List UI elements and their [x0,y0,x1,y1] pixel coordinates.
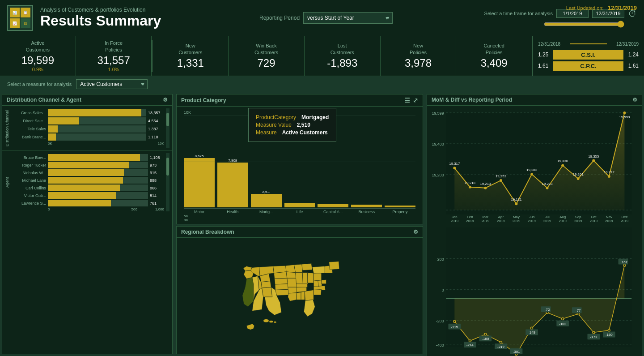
kpi-value: 729 [234,57,299,69]
time-slider[interactable] [544,21,624,28]
svg-text:-180: -180 [482,337,489,341]
table-icon[interactable]: ☰ [404,97,410,104]
dist-panel: Distribution Channel & Agent ⚙ Distribut… [2,94,173,354]
agent-row-3: Nicholas W... 915 [11,169,164,176]
dist-icon[interactable]: ⚙ [163,97,168,103]
kpi-sub: 1.0% [81,67,146,72]
main-content: Distribution Channel & Agent ⚙ Distribut… [0,92,644,356]
kpi-value: 1,331 [158,57,223,69]
svg-text:Jun: Jun [529,215,535,219]
kpi-label: NewPolicies [386,43,451,56]
left-col: Distribution Channel & Agent ⚙ Distribut… [0,92,174,356]
svg-text:2019: 2019 [497,219,505,223]
svg-text:2019: 2019 [451,219,459,223]
svg-point-16 [515,202,518,205]
csi-val-end-1: 1.24 [626,51,639,58]
svg-text:2019: 2019 [590,219,598,223]
agent-label: Agent [5,153,9,211]
csi-date-end: 12/31/2019 [610,42,639,47]
agent-row-4: Michael Lane 898 [11,177,164,184]
svg-text:19,200: 19,200 [432,173,444,177]
kpi-label: LostCustomers [310,43,375,56]
svg-point-2 [274,322,276,323]
svg-text:Apr: Apr [498,215,504,219]
svg-text:19,599: 19,599 [432,111,444,116]
kpi-label: CanceledPolicies [462,43,526,56]
svg-text:-400: -400 [436,343,444,347]
product-panel-header: Product Category ☰ ⤢ [177,94,423,107]
mom-panel: MoM & Diff vs Reporting Period ⚙ 19,599 … [427,94,642,356]
tooltip: ProductCategory Mortgaged Measure Value … [248,108,336,142]
svg-text:2019: 2019 [466,219,474,223]
reporting-select[interactable]: versus Start of Year Month over Month Ye… [303,12,393,24]
svg-text:Jul: Jul [545,215,550,219]
last-updated-date: 12/31/2019 [608,4,637,11]
svg-text:19,272: 19,272 [604,170,614,174]
svg-point-0 [263,319,269,323]
time-frame-label: Select a time frame for analysis [484,11,553,16]
agent-scrollbar[interactable] [166,153,169,211]
svg-text:2019: 2019 [528,219,536,223]
reporting-period-area: Reporting Period versus Start of Year Mo… [259,12,393,24]
svg-point-18 [546,187,549,189]
svg-point-14 [484,187,487,189]
svg-text:-72: -72 [545,308,550,312]
kpi-value: 3,978 [386,57,451,69]
mom-icon[interactable]: ⚙ [632,97,637,103]
svg-point-79 [577,313,579,315]
header-title: Results Summary [40,13,477,29]
csi-val-end-2: 1.61 [626,63,639,69]
last-updated: Last Updated on: 12/31/2019 [566,4,637,11]
agent-row-5: Carl Collins 866 [11,184,164,191]
svg-text:200: 200 [437,257,444,262]
svg-point-12 [453,167,456,169]
svg-point-80 [593,331,595,334]
svg-text:Jan: Jan [452,215,458,219]
reporting-select-wrapper[interactable]: versus Start of Year Month over Month Ye… [303,12,393,24]
expand-icon[interactable]: ⤢ [413,97,418,104]
svg-point-15 [500,179,502,182]
svg-text:0: 0 [442,288,444,292]
header-subtitle: Analysis of Customers & portfolios Evolu… [40,7,477,13]
kpi-new-customers: NewCustomers 1,331 [153,36,229,76]
svg-text:2019: 2019 [559,219,567,223]
svg-text:19,213: 19,213 [480,182,491,186]
svg-text:2019: 2019 [543,219,551,223]
svg-point-73 [484,333,487,335]
regional-icon[interactable]: ⚙ [413,229,418,235]
kpi-value: 19,599 [5,54,70,67]
agent-row-7: Lawrence S... 761 [11,200,164,206]
kpi-label: ActiveCustomers [5,40,70,53]
csi-row-1: 1.25 C.S.I. 1.24 [538,50,639,60]
channel-scrollbar[interactable] [166,108,169,148]
panel-header-dist: Distribution Channel & Agent ⚙ [2,94,172,106]
measure-select-wrapper[interactable]: Active Customers New Customers Lost Cust… [76,79,148,89]
svg-text:19,355: 19,355 [588,154,599,159]
csi-val-start-2: 1.61 [538,63,551,69]
svg-text:2019: 2019 [621,219,629,223]
svg-text:Mar: Mar [483,215,489,219]
kpi-value: -1,893 [310,57,375,69]
svg-point-76 [531,327,533,329]
svg-point-19 [561,164,564,167]
product-category-panel: Product Category ☰ ⤢ 10K 8,675 [176,94,423,224]
agent-row-1: Bruce Bow... 1,108 [11,154,164,161]
kpi-label: Win BackCustomers [234,43,299,56]
svg-point-71 [453,320,456,322]
svg-text:19,599: 19,599 [619,115,630,119]
svg-point-1 [269,321,273,323]
reporting-label: Reporting Period [259,15,300,21]
csi-row-2: 1.61 C.P.C. 1.61 [538,61,639,71]
measure-select[interactable]: Active Customers New Customers Lost Cust… [76,79,148,89]
svg-point-20 [577,177,580,180]
svg-point-82 [623,264,626,266]
svg-point-22 [608,175,610,178]
header: 📊 📋 📈 🖥 Analysis of Customers & portfoli… [0,0,644,36]
svg-text:-301: -301 [513,350,520,354]
kpi-lost: LostCustomers -1,893 [305,36,381,76]
svg-text:Nov: Nov [606,215,612,219]
regional-panel: Regional Breakdown ⚙ [176,226,423,355]
agent-section: Agent Bruce Bow... 1,108 Roger Tucker [2,150,172,354]
svg-text:2019: 2019 [574,219,582,223]
kpi-value: 3,409 [462,57,526,69]
